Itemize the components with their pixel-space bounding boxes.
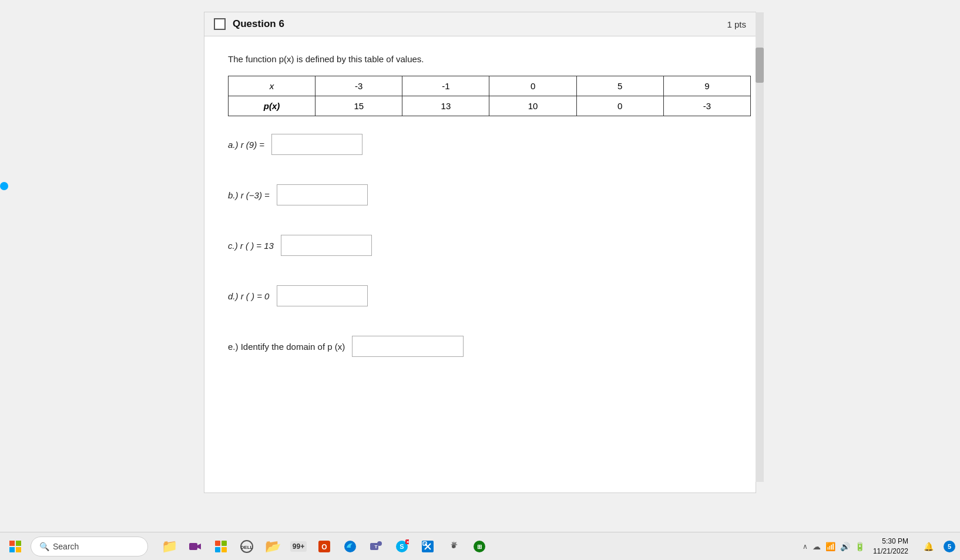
part-c-label: c.) r ( ) = 13	[228, 241, 276, 251]
volume-icon[interactable]: 🔊	[840, 542, 850, 551]
svg-text:DELL: DELL	[241, 545, 253, 550]
taskbar-app-office[interactable]: O	[313, 535, 336, 558]
part-a-row: a.) r (9) =	[228, 134, 732, 155]
taskbar-app-file-explorer[interactable]: 📁	[157, 535, 181, 558]
table-x-val-5: 9	[663, 76, 750, 96]
cloud-icon[interactable]: ☁	[813, 542, 821, 551]
part-a-input[interactable]	[271, 134, 362, 155]
table-px-val-5: -3	[663, 96, 750, 116]
part-d-label: d.) r ( ) = 0	[228, 291, 272, 301]
svg-rect-8	[215, 547, 220, 552]
taskbar-app-meet[interactable]	[183, 535, 207, 558]
scrollbar-thumb[interactable]	[756, 48, 764, 83]
office-icon: O	[317, 539, 331, 554]
part-e-label: e.) Identify the domain of p (x)	[228, 342, 347, 352]
svg-rect-9	[221, 547, 227, 552]
question-description: The function p(x) is defined by this tab…	[228, 54, 732, 64]
taskbar-app-folders[interactable]: 📂	[261, 535, 284, 558]
table-header-row: x -3 -1 0 5 9	[229, 76, 751, 96]
svg-marker-5	[197, 544, 201, 549]
svg-text:✕: ✕	[406, 540, 409, 544]
svg-rect-3	[16, 547, 21, 552]
xbox-icon: ⊞	[472, 539, 486, 554]
question-title: Question 6	[233, 18, 284, 30]
question-points: 1 pts	[727, 19, 746, 29]
taskbar-app-xbox[interactable]: ⊞	[468, 535, 491, 558]
svg-rect-1	[16, 541, 21, 546]
taskbar-app-settings[interactable]	[442, 535, 465, 558]
values-table: x -3 -1 0 5 9 p(x) 15 13 10 0 -3	[228, 76, 751, 116]
taskbar-app-snip[interactable]	[416, 535, 439, 558]
part-b-row: b.) r (−3) =	[228, 184, 732, 205]
file-explorer-icon: 📁	[162, 539, 177, 554]
notification-icon: 🔔	[924, 542, 934, 551]
part-d-input[interactable]	[277, 285, 368, 306]
svg-text:O: O	[321, 543, 327, 551]
part-c-row: c.) r ( ) = 13	[228, 235, 732, 256]
table-x-val-1: -3	[315, 76, 402, 96]
table-px-row: p(x) 15 13 10 0 -3	[229, 96, 751, 116]
question-body: The function p(x) is defined by this tab…	[204, 36, 756, 404]
taskbar-app-badge[interactable]: 99+	[287, 535, 310, 558]
edge-icon	[343, 539, 357, 554]
part-b-input[interactable]	[277, 184, 368, 205]
left-indicator	[0, 182, 8, 190]
svg-text:⊞: ⊞	[477, 544, 482, 550]
windows-logo-icon	[9, 541, 21, 552]
scrollbar-track	[756, 12, 764, 482]
svg-rect-2	[9, 547, 15, 552]
svg-text:S: S	[400, 543, 404, 550]
clock-time: 5:30 PM	[882, 537, 908, 546]
user-avatar[interactable]: 5	[944, 541, 955, 552]
svg-rect-0	[9, 541, 15, 546]
table-px-label: p(x)	[229, 96, 315, 116]
folders-icon: 📂	[265, 539, 281, 554]
taskbar-app-teams[interactable]: T	[364, 535, 388, 558]
table-px-val-4: 0	[576, 96, 663, 116]
table-x-val-3: 0	[489, 76, 576, 96]
part-b-label: b.) r (−3) =	[228, 190, 272, 200]
store-icon	[214, 540, 227, 553]
skype-icon: S ✕	[395, 539, 409, 554]
svg-rect-4	[189, 543, 197, 550]
notification-button[interactable]: 🔔	[917, 535, 940, 558]
checkbox-icon[interactable]	[214, 18, 226, 30]
search-bar[interactable]: 🔍 Search	[31, 537, 148, 556]
svg-text:T: T	[375, 544, 378, 549]
clock-date: 11/21/2022	[873, 546, 908, 556]
svg-rect-7	[221, 541, 227, 546]
taskbar-app-store[interactable]	[209, 535, 233, 558]
part-c-input[interactable]	[281, 235, 372, 256]
taskbar-app-dell[interactable]: DELL	[235, 535, 259, 558]
question-header: Question 6 1 pts	[204, 12, 756, 36]
table-px-val-1: 15	[315, 96, 402, 116]
snip-icon	[421, 539, 435, 554]
taskbar-app-edge[interactable]	[338, 535, 362, 558]
chevron-up-icon[interactable]: ∧	[803, 542, 808, 551]
part-e-input[interactable]	[352, 336, 464, 357]
table-px-val-2: 13	[402, 96, 489, 116]
badge-app-icon: 99+	[290, 541, 307, 552]
search-icon: 🔍	[39, 542, 49, 551]
wifi-icon[interactable]: 📶	[825, 542, 835, 551]
settings-icon	[447, 539, 461, 554]
start-button[interactable]	[5, 536, 26, 557]
taskbar-app-skype[interactable]: S ✕	[390, 535, 414, 558]
table-px-val-3: 10	[489, 96, 576, 116]
svg-point-16	[377, 541, 382, 546]
dell-icon: DELL	[240, 539, 254, 554]
teams-icon: T	[369, 539, 383, 554]
question-card: Question 6 1 pts The function p(x) is de…	[204, 12, 756, 493]
search-label: Search	[53, 542, 79, 551]
clock[interactable]: 5:30 PM 11/21/2022	[873, 537, 913, 556]
part-e-row: e.) Identify the domain of p (x)	[228, 336, 732, 357]
system-tray: ∧ ☁ 📶 🔊 🔋	[798, 542, 870, 551]
table-x-val-2: -1	[402, 76, 489, 96]
table-x-label: x	[229, 76, 315, 96]
battery-icon[interactable]: 🔋	[855, 542, 865, 551]
part-a-label: a.) r (9) =	[228, 140, 267, 150]
svg-rect-6	[215, 541, 220, 546]
taskbar-right: ∧ ☁ 📶 🔊 🔋 5:30 PM 11/21/2022 🔔 5	[798, 535, 955, 558]
table-x-val-4: 5	[576, 76, 663, 96]
taskbar: 🔍 Search 📁 DELL 📂 99+	[0, 532, 960, 560]
